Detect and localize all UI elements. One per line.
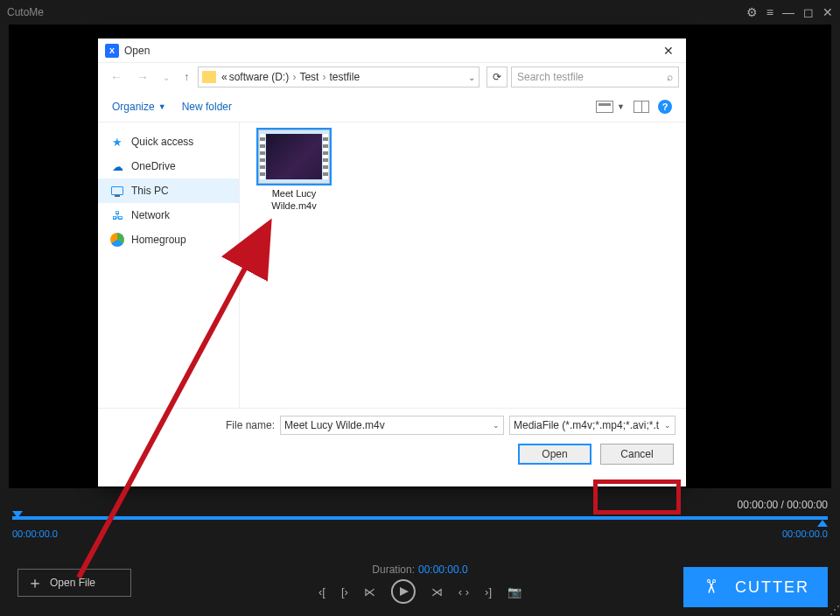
preview-pane-button[interactable] <box>634 101 649 113</box>
new-folder-button[interactable]: New folder <box>182 101 232 113</box>
dialog-titlebar: X Open ✕ <box>98 38 686 63</box>
titlebar: CutoMe ⚙ ≡ — ◻ ✕ <box>0 0 840 24</box>
maximize-icon[interactable]: ◻ <box>803 5 814 19</box>
plus-icon: ＋ <box>27 575 43 591</box>
mark-out-icon[interactable]: [› <box>341 585 348 598</box>
nav-up-icon[interactable]: ↑ <box>178 69 194 85</box>
chevron-down-icon: ▼ <box>158 102 166 111</box>
svg-marker-0 <box>400 587 409 596</box>
filename-input[interactable]: Meet Lucy Wilde.m4v ⌄ <box>280 416 504 435</box>
timeline[interactable]: 00:00:00.0 00:00:00.0 <box>12 516 828 539</box>
sidebar-item-onedrive[interactable]: ☁ OneDrive <box>98 154 239 178</box>
cancel-button-label: Cancel <box>620 448 653 460</box>
play-button[interactable] <box>391 579 416 604</box>
nav-recent-icon[interactable]: ⌄ <box>158 71 175 84</box>
network-icon: 🖧 <box>110 208 124 222</box>
dialog-toolbar: Organize ▼ New folder ▼ ? <box>98 91 686 122</box>
timeline-start-handle[interactable] <box>12 511 23 518</box>
chevron-down-icon[interactable]: ⌄ <box>664 421 671 430</box>
cancel-button[interactable]: Cancel <box>600 444 674 465</box>
dialog-footer: File name: Meet Lucy Wilde.m4v ⌄ MediaFi… <box>98 408 686 465</box>
snapshot-icon[interactable]: 📷 <box>508 585 522 598</box>
open-file-button[interactable]: ＋ Open File <box>18 569 131 597</box>
sidebar-item-this-pc[interactable]: This PC <box>98 178 239 203</box>
breadcrumb-root: « <box>221 71 228 83</box>
breadcrumb-dropdown-icon[interactable]: ⌄ <box>468 73 475 82</box>
open-button[interactable]: Open <box>518 444 592 465</box>
nav-forward-icon[interactable]: → <box>131 68 154 86</box>
file-item[interactable]: Meet Lucy Wilde.m4v <box>250 130 338 213</box>
filename-label: File name: <box>226 419 275 431</box>
breadcrumb[interactable]: « software (D:) › Test › testfile ⌄ <box>198 66 480 88</box>
prev-frame-icon[interactable]: ⋉ <box>364 585 375 598</box>
search-input[interactable]: Search testfile ⌕ <box>511 66 679 88</box>
jump-fwd-icon[interactable]: ›] <box>485 585 492 598</box>
timeline-end-time: 00:00:00.0 <box>782 528 828 539</box>
star-icon: ★ <box>110 135 124 149</box>
search-placeholder: Search testfile <box>517 71 584 83</box>
dialog-sidebar: ★ Quick access ☁ OneDrive This PC 🖧 Netw… <box>98 122 240 408</box>
dialog-app-icon: X <box>105 44 119 58</box>
file-thumbnail <box>258 130 330 184</box>
duration-label: Duration: <box>372 564 415 576</box>
time-display: 00:00:00 / 00:00:00 <box>738 499 828 511</box>
help-icon[interactable]: ? <box>658 100 672 114</box>
next-frame-icon[interactable]: ⋊ <box>431 585 443 598</box>
sidebar-item-homegroup[interactable]: Homegroup <box>98 228 239 252</box>
dialog-title: Open <box>124 45 150 57</box>
sidebar-item-label: Quick access <box>131 136 193 148</box>
search-icon: ⌕ <box>667 71 673 83</box>
chevron-right-icon: › <box>320 71 327 83</box>
menu-icon[interactable]: ≡ <box>766 5 774 19</box>
duration-value: 00:00:00.0 <box>418 564 468 576</box>
cutter-label: CUTTER <box>735 578 809 597</box>
file-type-filter[interactable]: MediaFile (*.m4v;*.mp4;*.avi;*.t ⌄ <box>509 416 676 435</box>
file-label: Meet Lucy Wilde.m4v <box>250 187 338 213</box>
dialog-close-icon[interactable]: ✕ <box>658 44 679 58</box>
sidebar-item-quick-access[interactable]: ★ Quick access <box>98 130 239 154</box>
organize-label: Organize <box>112 101 155 113</box>
nav-back-icon[interactable]: ← <box>105 68 128 86</box>
homegroup-icon <box>110 233 124 247</box>
cutter-button[interactable]: ✂ CUTTER <box>683 567 828 607</box>
sidebar-item-network[interactable]: 🖧 Network <box>98 203 239 228</box>
view-mode-button[interactable]: ▼ <box>596 101 625 113</box>
sidebar-item-label: Homegroup <box>131 234 186 246</box>
breadcrumb-part-2[interactable]: testfile <box>329 71 360 83</box>
open-button-label: Open <box>542 448 567 460</box>
chevron-down-icon[interactable]: ⌄ <box>493 421 500 430</box>
sidebar-item-label: This PC <box>131 185 169 197</box>
sidebar-item-label: Network <box>131 209 170 221</box>
pc-icon <box>110 184 124 198</box>
app-title: CutoMe <box>7 6 44 18</box>
filename-value: Meet Lucy Wilde.m4v <box>284 419 385 431</box>
settings-icon[interactable]: ⚙ <box>746 5 758 19</box>
filter-value: MediaFile (*.m4v;*.mp4;*.avi;*.t <box>514 419 659 431</box>
timeline-end-handle[interactable] <box>817 520 828 527</box>
mark-in-icon[interactable]: ‹[ <box>318 585 326 598</box>
chevron-right-icon: › <box>290 71 298 83</box>
breadcrumb-part-0[interactable]: software (D:) <box>229 71 290 83</box>
timeline-start-time: 00:00:00.0 <box>12 528 828 539</box>
file-open-dialog: X Open ✕ ← → ⌄ ↑ « software (D:) › Test … <box>98 38 686 486</box>
sidebar-item-label: OneDrive <box>131 160 176 172</box>
refresh-icon[interactable]: ⟳ <box>486 66 508 88</box>
cloud-icon: ☁ <box>110 159 124 173</box>
jump-back-icon[interactable]: ‹ › <box>458 585 469 598</box>
bottom-bar: ＋ Open File Duration: 00:00:00.0 ‹[ [› ⋉… <box>0 556 840 616</box>
resize-grip[interactable]: ⋰ <box>828 604 840 616</box>
dialog-nav: ← → ⌄ ↑ « software (D:) › Test › testfil… <box>98 63 686 91</box>
playback-controls: ‹[ [› ⋉ ⋊ ‹ › ›] 📷 <box>318 579 522 604</box>
scissors-icon: ✂ <box>699 578 722 596</box>
breadcrumb-part-1[interactable]: Test <box>299 71 318 83</box>
organize-button[interactable]: Organize ▼ <box>112 101 166 113</box>
close-icon[interactable]: ✕ <box>822 5 833 19</box>
dialog-file-list[interactable]: Meet Lucy Wilde.m4v <box>240 122 686 408</box>
open-file-label: Open File <box>50 577 95 589</box>
duration-row: Duration: 00:00:00.0 <box>372 564 467 576</box>
folder-icon <box>202 71 216 83</box>
minimize-icon[interactable]: — <box>782 5 794 19</box>
